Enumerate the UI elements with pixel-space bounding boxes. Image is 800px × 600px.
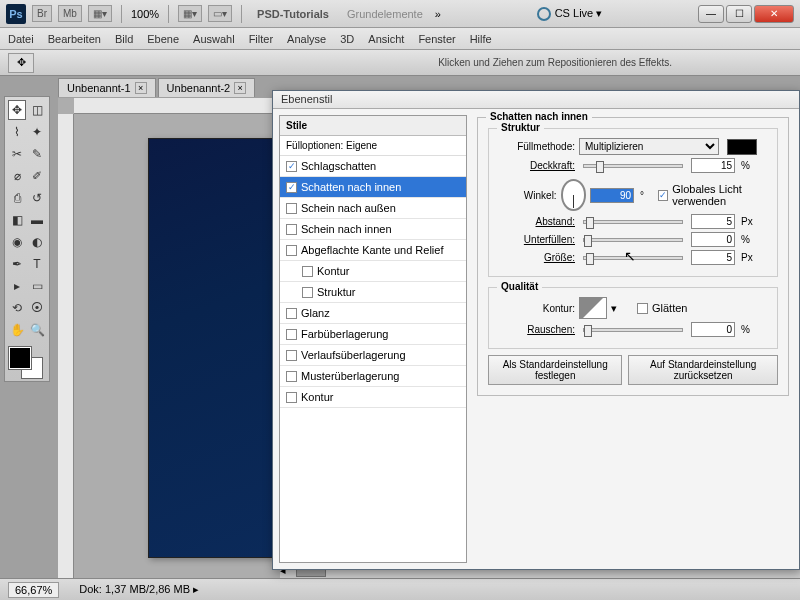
menu-datei[interactable]: Datei <box>8 33 34 45</box>
gradient-tool[interactable]: ▬ <box>28 210 46 230</box>
noise-slider[interactable] <box>583 328 683 332</box>
screen-mode[interactable]: ▭▾ <box>208 5 232 22</box>
style-item[interactable]: ✓Schatten nach innen <box>280 177 466 198</box>
blend-mode-select[interactable]: Multiplizieren <box>579 138 719 155</box>
history-brush-tool[interactable]: ↺ <box>28 188 46 208</box>
size-input[interactable] <box>691 250 735 265</box>
size-slider[interactable] <box>583 256 683 260</box>
lasso-tool[interactable]: ⌇ <box>8 122 26 142</box>
type-tool[interactable]: T <box>28 254 46 274</box>
dialog-title[interactable]: Ebenenstil <box>273 91 799 109</box>
menu-ebene[interactable]: Ebene <box>147 33 179 45</box>
more-icon[interactable]: » <box>435 8 441 20</box>
style-item[interactable]: Musterüberlagerung <box>280 366 466 387</box>
zoom-tool[interactable]: 🔍 <box>28 320 46 340</box>
hand-tool[interactable]: ✋ <box>8 320 26 340</box>
style-item[interactable]: Kontur <box>280 261 466 282</box>
close-tab-icon[interactable]: × <box>135 82 147 94</box>
eraser-tool[interactable]: ◧ <box>8 210 26 230</box>
antialiased-checkbox[interactable] <box>637 303 648 314</box>
color-swatches[interactable] <box>7 345 47 379</box>
camera-tool[interactable]: ⦿ <box>28 298 46 318</box>
window-minimize[interactable]: — <box>698 5 724 23</box>
menu-hilfe[interactable]: Hilfe <box>470 33 492 45</box>
shape-tool[interactable]: ▭ <box>28 276 46 296</box>
style-checkbox[interactable] <box>286 329 297 340</box>
fill-options[interactable]: Fülloptionen: Eigene <box>280 136 466 156</box>
view-extras[interactable]: ▦▾ <box>178 5 202 22</box>
reset-default-button[interactable]: Auf Standardeinstellung zurücksetzen <box>628 355 778 385</box>
eyedropper-tool[interactable]: ✎ <box>28 144 46 164</box>
opacity-slider[interactable] <box>583 164 683 168</box>
styles-header[interactable]: Stile <box>280 116 466 136</box>
magic-wand-tool[interactable]: ✦ <box>28 122 46 142</box>
pen-tool[interactable]: ✒ <box>8 254 26 274</box>
choke-slider[interactable] <box>583 238 683 242</box>
noise-input[interactable] <box>691 322 735 337</box>
dodge-tool[interactable]: ◐ <box>28 232 46 252</box>
style-item[interactable]: Abgeflachte Kante und Relief <box>280 240 466 261</box>
move-tool[interactable]: ✥ <box>8 100 26 120</box>
move-tool-icon[interactable]: ✥ <box>8 53 34 73</box>
style-item[interactable]: Glanz <box>280 303 466 324</box>
bridge-icon[interactable]: Br <box>32 5 52 22</box>
marquee-tool[interactable]: ◫ <box>28 100 46 120</box>
contour-picker[interactable] <box>579 297 607 319</box>
choke-input[interactable] <box>691 232 735 247</box>
style-checkbox[interactable]: ✓ <box>286 182 297 193</box>
path-select-tool[interactable]: ▸ <box>8 276 26 296</box>
style-checkbox[interactable] <box>286 203 297 214</box>
healing-tool[interactable]: ⌀ <box>8 166 26 186</box>
close-tab-icon[interactable]: × <box>234 82 246 94</box>
distance-slider[interactable] <box>583 220 683 224</box>
style-item[interactable]: ✓Schlagschatten <box>280 156 466 177</box>
style-item[interactable]: Schein nach innen <box>280 219 466 240</box>
cslive-button[interactable]: CS Live ▾ <box>529 5 611 23</box>
style-checkbox[interactable] <box>286 350 297 361</box>
opacity-input[interactable] <box>691 158 735 173</box>
angle-dial[interactable] <box>561 179 586 211</box>
style-checkbox[interactable] <box>286 392 297 403</box>
brush-tool[interactable]: ✐ <box>28 166 46 186</box>
menu-3d[interactable]: 3D <box>340 33 354 45</box>
make-default-button[interactable]: Als Standardeinstellung festlegen <box>488 355 622 385</box>
style-item[interactable]: Struktur <box>280 282 466 303</box>
shadow-color-swatch[interactable] <box>727 139 757 155</box>
blur-tool[interactable]: ◉ <box>8 232 26 252</box>
doc-tab-1[interactable]: Unbenannt-1× <box>58 78 156 97</box>
stamp-tool[interactable]: ⎙ <box>8 188 26 208</box>
distance-input[interactable] <box>691 214 735 229</box>
foreground-color[interactable] <box>9 347 31 369</box>
style-checkbox[interactable] <box>286 308 297 319</box>
window-maximize[interactable]: ☐ <box>726 5 752 23</box>
minibridge-icon[interactable]: Mb <box>58 5 82 22</box>
style-item[interactable]: Farbüberlagerung <box>280 324 466 345</box>
ruler-vertical[interactable] <box>58 114 74 578</box>
menu-analyse[interactable]: Analyse <box>287 33 326 45</box>
menu-auswahl[interactable]: Auswahl <box>193 33 235 45</box>
style-item[interactable]: Schein nach außen <box>280 198 466 219</box>
style-checkbox[interactable] <box>302 266 313 277</box>
angle-input[interactable] <box>590 188 634 203</box>
crop-tool[interactable]: ✂ <box>8 144 26 164</box>
photoshop-icon[interactable]: Ps <box>6 4 26 24</box>
layout-dropdown[interactable]: ▦▾ <box>88 5 112 22</box>
style-checkbox[interactable] <box>286 224 297 235</box>
zoom-level[interactable]: 100% <box>131 8 159 20</box>
style-item[interactable]: Kontur <box>280 387 466 408</box>
menu-bearbeiten[interactable]: Bearbeiten <box>48 33 101 45</box>
style-checkbox[interactable] <box>286 245 297 256</box>
style-checkbox[interactable] <box>302 287 313 298</box>
style-checkbox[interactable]: ✓ <box>286 161 297 172</box>
style-checkbox[interactable] <box>286 371 297 382</box>
menu-ansicht[interactable]: Ansicht <box>368 33 404 45</box>
menu-bild[interactable]: Bild <box>115 33 133 45</box>
menu-fenster[interactable]: Fenster <box>418 33 455 45</box>
doc-tab-2[interactable]: Unbenannt-2× <box>158 78 256 97</box>
menu-filter[interactable]: Filter <box>249 33 273 45</box>
workspace-label[interactable]: Grundelemente <box>341 6 429 22</box>
status-zoom[interactable]: 66,67% <box>8 582 59 598</box>
style-item[interactable]: Verlaufsüberlagerung <box>280 345 466 366</box>
global-light-checkbox[interactable]: ✓ <box>658 190 668 201</box>
3d-tool[interactable]: ⟲ <box>8 298 26 318</box>
